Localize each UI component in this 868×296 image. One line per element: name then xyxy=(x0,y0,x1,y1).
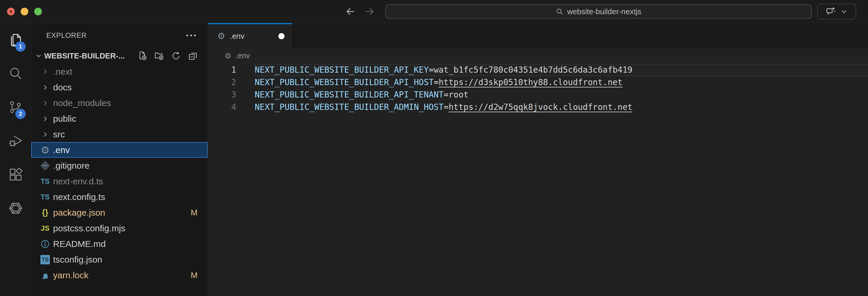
history-navigation xyxy=(345,0,375,23)
workspace-section-header[interactable]: WEBSITE-BUILDER-... xyxy=(31,48,208,64)
tree-item-public-folder[interactable]: public xyxy=(31,111,208,127)
hexagon-extension-icon xyxy=(8,200,24,216)
collapse-all-icon xyxy=(188,51,198,61)
activity-hexagon-extension[interactable] xyxy=(0,191,31,225)
unsaved-dot-icon xyxy=(9,10,12,13)
editor-group: ⚙ .env ⚙ .env 1NEXT_PUBLIC_WEBSITE_BUILD… xyxy=(208,23,868,296)
tab-env[interactable]: ⚙ .env xyxy=(208,23,292,48)
env-key: NEXT_PUBLIC_WEBSITE_BUILDER_API_KEY xyxy=(255,65,429,75)
file-name: tsconfig.json xyxy=(53,254,102,265)
file-name: package.json xyxy=(53,208,105,218)
chevron-right-icon xyxy=(41,84,49,91)
code-editor[interactable]: 1NEXT_PUBLIC_WEBSITE_BUILDER_API_KEY=wat… xyxy=(208,63,868,296)
forward-button[interactable] xyxy=(364,6,375,17)
file-name: .env xyxy=(53,145,70,155)
activity-bar: 1 2 xyxy=(0,23,31,296)
equals-sign: = xyxy=(434,77,439,87)
file-name: .gitignore xyxy=(53,161,89,171)
yarn-cat-icon xyxy=(40,269,50,281)
search-value: website-builder-nextjs xyxy=(567,7,641,16)
activity-extensions[interactable] xyxy=(0,158,31,191)
breadcrumb-item[interactable]: .env xyxy=(235,51,250,60)
arrow-left-icon xyxy=(345,6,356,17)
file-name: postcss.config.mjs xyxy=(53,223,125,233)
tree-item-package-json-file[interactable]: {} package.json M xyxy=(31,205,208,220)
tree-item-postcss-config-file[interactable]: JS postcss.config.mjs xyxy=(31,220,208,236)
title-bar: website-builder-nextjs xyxy=(0,0,868,23)
tsconfig-icon: TS xyxy=(40,255,50,264)
workspace-name: WEBSITE-BUILDER-... xyxy=(44,51,125,60)
minimize-window-button[interactable] xyxy=(21,8,28,16)
chevron-right-icon xyxy=(41,115,49,122)
code-line[interactable]: 4NEXT_PUBLIC_WEBSITE_BUILDER_ADMIN_HOST=… xyxy=(208,101,868,113)
tree-item-docs-folder[interactable]: docs xyxy=(31,79,208,95)
tab-label: .env xyxy=(230,32,244,41)
env-value: wat_b1fc5fc780c04351e4b7dd5c6da3c6afb419 xyxy=(434,65,632,75)
collapse-all-button[interactable] xyxy=(187,51,198,61)
new-folder-icon xyxy=(154,51,164,61)
chevron-right-icon xyxy=(41,100,49,107)
typescript-icon: TS xyxy=(40,176,50,187)
tree-item-yarn-lock-file[interactable]: yarn.lock M xyxy=(31,267,208,283)
file-name: next-env.d.ts xyxy=(53,177,103,186)
scm-badge: 2 xyxy=(16,109,26,119)
info-icon xyxy=(40,238,50,250)
new-folder-button[interactable] xyxy=(154,51,164,61)
tree-item-readme-file[interactable]: README.md xyxy=(31,236,208,252)
extensions-icon xyxy=(8,167,23,182)
file-name: src xyxy=(53,129,65,139)
tree-item-env-file[interactable]: ⚙ .env xyxy=(31,142,208,158)
gear-icon: ⚙ xyxy=(217,32,225,41)
file-name: README.md xyxy=(53,239,105,249)
javascript-icon: JS xyxy=(40,222,50,234)
back-button[interactable] xyxy=(345,6,356,17)
file-name: next.config.ts xyxy=(53,192,105,202)
refresh-button[interactable] xyxy=(171,51,181,61)
zoom-window-button[interactable] xyxy=(34,8,42,16)
env-key: NEXT_PUBLIC_WEBSITE_BUILDER_ADMIN_HOST xyxy=(255,102,444,112)
activity-run-debug[interactable] xyxy=(0,124,31,158)
tab-bar-empty-area xyxy=(292,23,868,48)
code-line[interactable]: 1NEXT_PUBLIC_WEBSITE_BUILDER_API_KEY=wat… xyxy=(208,64,868,76)
code-line[interactable]: 2NEXT_PUBLIC_WEBSITE_BUILDER_API_HOST=ht… xyxy=(208,76,868,89)
run-debug-icon xyxy=(8,133,23,149)
tree-item-next-env-dts-file[interactable]: TS next-env.d.ts xyxy=(31,173,208,189)
equals-sign: = xyxy=(429,65,434,75)
more-actions-icon[interactable] xyxy=(186,34,196,36)
close-window-button[interactable] xyxy=(7,8,15,16)
env-value-link[interactable]: https://d2w75qqk8jvock.cloudfront.net xyxy=(448,102,632,112)
tree-item-next-folder[interactable]: .next xyxy=(31,64,208,79)
env-value-link[interactable]: https://d3skp0510thy88.cloudfront.net xyxy=(439,77,623,87)
tree-item-gitignore-file[interactable]: .gitignore xyxy=(31,158,208,173)
activity-source-control[interactable]: 2 xyxy=(0,90,31,124)
tab-bar: ⚙ .env xyxy=(208,23,868,48)
chevron-down-icon xyxy=(35,52,42,60)
gear-icon: ⚙ xyxy=(40,144,50,156)
equals-sign: = xyxy=(444,90,449,100)
activity-search[interactable] xyxy=(0,57,31,90)
new-file-button[interactable] xyxy=(137,51,148,61)
breadcrumbs: ⚙ .env xyxy=(208,48,868,63)
activity-explorer[interactable]: 1 xyxy=(0,23,31,57)
tree-item-next-config-file[interactable]: TS next.config.ts xyxy=(31,189,208,205)
env-key: NEXT_PUBLIC_WEBSITE_BUILDER_API_HOST xyxy=(255,77,434,87)
tree-item-tsconfig-file[interactable]: TS tsconfig.json xyxy=(31,252,208,267)
code-line[interactable]: 3NEXT_PUBLIC_WEBSITE_BUILDER_API_TENANT=… xyxy=(208,89,868,101)
explorer-title: EXPLORER xyxy=(46,31,87,39)
tree-item-node-modules-folder[interactable]: node_modules xyxy=(31,95,208,111)
equals-sign: = xyxy=(444,102,449,112)
json-icon: {} xyxy=(40,207,50,219)
unsaved-changes-dot[interactable] xyxy=(278,33,284,39)
file-name: public xyxy=(53,114,76,124)
search-icon xyxy=(556,8,564,16)
explorer-actions xyxy=(137,51,208,61)
tree-item-src-folder[interactable]: src xyxy=(31,127,208,142)
copilot-menu-button[interactable] xyxy=(817,4,856,20)
chevron-right-icon xyxy=(41,131,49,138)
line-number: 1 xyxy=(208,64,255,76)
copilot-chat-icon xyxy=(826,6,836,17)
file-tree: .next docs node_modules public src ⚙ .en… xyxy=(31,64,208,296)
command-center-search[interactable]: website-builder-nextjs xyxy=(385,4,812,19)
file-name: node_modules xyxy=(53,98,111,108)
git-modified-badge: M xyxy=(191,271,197,280)
